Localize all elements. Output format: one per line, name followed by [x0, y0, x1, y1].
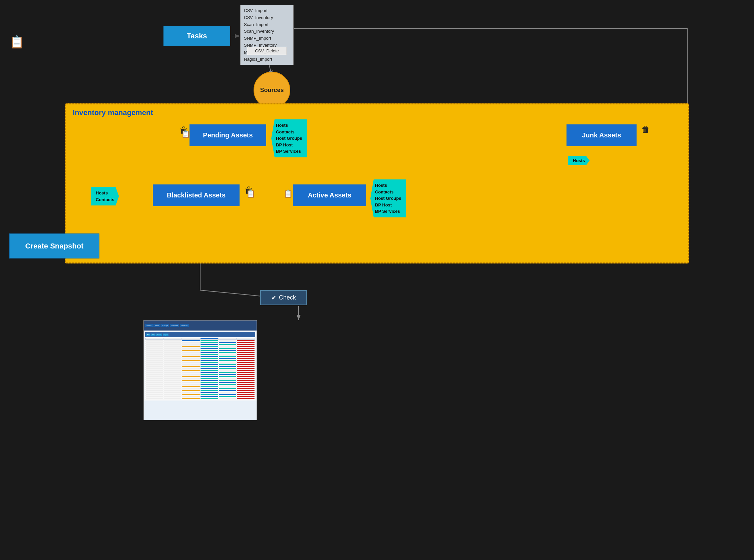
tasks-box[interactable]: Tasks: [163, 26, 230, 46]
source-item: Nagios_Import: [244, 56, 290, 63]
active-list-icon: 📋: [283, 189, 293, 198]
table-row: [145, 398, 255, 400]
screenshot-preview: Assets Hosts Groups Contacts Services Ad…: [143, 320, 257, 420]
preview-btn2: Edit: [151, 334, 156, 336]
preview-btn3: Delete: [156, 334, 162, 336]
csv-delete-box: CSV_Delete: [247, 47, 287, 55]
check-icon: ✔: [271, 294, 276, 301]
inventory-area: Inventory management Pending Assets 🗑 📋 …: [65, 103, 689, 263]
sources-list-box: CSV_Import CSV_Inventory Scan_Import Sca…: [240, 5, 294, 65]
source-item: Scan_Import: [244, 21, 290, 28]
col5: [219, 338, 237, 339]
arrows-svg: [0, 0, 754, 560]
check-button[interactable]: ✔ Check: [260, 290, 307, 305]
junk-assets-label: Junk Assets: [582, 132, 621, 139]
col6: [237, 338, 255, 339]
source-item: Scan_Inventory: [244, 28, 290, 35]
preview-tab5: Services: [180, 324, 189, 327]
preview-content: Add Edit Delete Export: [144, 331, 257, 401]
junk-hosts-tag: Hosts: [568, 156, 590, 165]
preview-toolbar: Add Edit Delete Export: [145, 332, 255, 337]
inventory-label: Inventory management: [73, 108, 153, 117]
sources-circle: Sources: [254, 72, 290, 108]
col3: [182, 338, 200, 339]
preview-tab: Assets: [145, 324, 153, 327]
preview-btn4: Export: [163, 334, 169, 336]
active-hosts-tag: HostsContactsHost GroupsBP HostBP Servic…: [370, 179, 406, 218]
tasks-label: Tasks: [187, 32, 207, 40]
create-snapshot-button[interactable]: Create Snapshot: [9, 234, 99, 259]
blacklisted-list-icon: 📋: [246, 189, 255, 198]
source-item: CSV_Import: [244, 7, 290, 14]
preview-inner: Assets Hosts Groups Contacts Services Ad…: [144, 321, 257, 420]
preview-tab2: Hosts: [154, 324, 160, 327]
col1: [146, 338, 163, 339]
csv-delete-label: CSV_Delete: [255, 48, 279, 53]
preview-header: Assets Hosts Groups Contacts Services: [144, 321, 257, 331]
blacklisted-assets-label: Blacklisted Assets: [167, 192, 225, 199]
col2: [164, 338, 182, 339]
pending-tags: HostsContactsHost GroupsBP HostBP Servic…: [271, 119, 307, 157]
junk-hosts-label: Hosts: [573, 158, 585, 163]
col4: [200, 338, 218, 339]
active-assets-box[interactable]: Active Assets: [293, 184, 366, 206]
source-item: SNMP_Import: [244, 35, 290, 42]
document-icon: 📋: [9, 35, 24, 49]
preview-table: [145, 338, 255, 400]
active-assets-label: Active Assets: [308, 192, 351, 199]
preview-tab3: Groups: [161, 324, 169, 327]
junk-assets-box[interactable]: Junk Assets: [567, 124, 637, 146]
source-item: CSV_Inventory: [244, 14, 290, 21]
check-label: Check: [279, 294, 296, 301]
blacklisted-hosts-tag: HostsContacts: [91, 187, 119, 205]
preview-tab4: Contacts: [170, 324, 179, 327]
sources-circle-label: Sources: [260, 87, 283, 94]
pending-list-icon: 📋: [181, 130, 190, 138]
junk-trash-icon[interactable]: 🗑: [641, 124, 650, 135]
blacklisted-assets-box[interactable]: Blacklisted Assets: [153, 184, 240, 206]
diagram-container: 📋 Tasks CSV_Import CSV_Inventory Scan_Im…: [0, 0, 754, 560]
preview-btn1: Add: [146, 334, 151, 336]
pending-assets-box[interactable]: Pending Assets: [190, 124, 266, 146]
create-snapshot-label: Create Snapshot: [25, 242, 84, 251]
pending-assets-label: Pending Assets: [203, 132, 253, 139]
